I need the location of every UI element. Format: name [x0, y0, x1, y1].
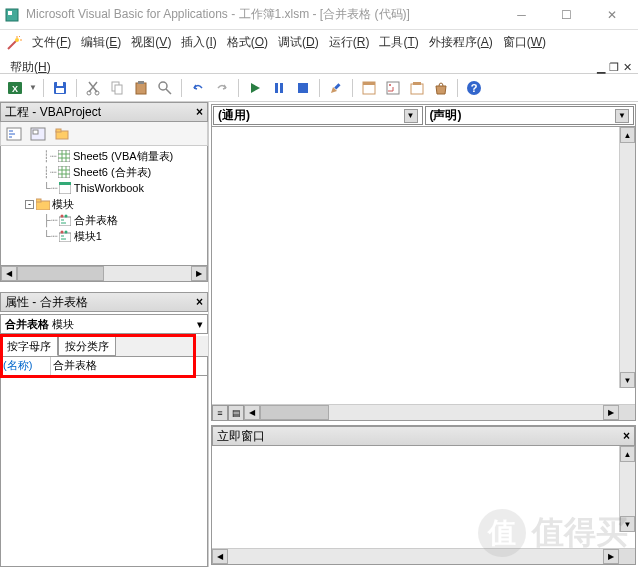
scroll-down-arrow-icon[interactable]: ▼	[620, 372, 635, 388]
sheet-icon	[57, 149, 71, 163]
cut-icon[interactable]	[82, 77, 104, 99]
immediate-pane-close-button[interactable]: ×	[623, 429, 630, 443]
view-object-icon[interactable]	[27, 123, 49, 145]
scroll-left-arrow-icon[interactable]: ◀	[1, 266, 17, 281]
tree-node-thisworkbook[interactable]: └┈ThisWorkbook	[3, 180, 205, 196]
tree-node-sheet6[interactable]: ┊┈Sheet6 (合并表)	[3, 164, 205, 180]
svg-rect-24	[413, 82, 421, 85]
scroll-right-arrow-icon[interactable]: ▶	[191, 266, 207, 281]
toolbox-icon[interactable]	[430, 77, 452, 99]
menu-run[interactable]: 运行(R)	[325, 32, 374, 53]
code-editor[interactable]: ▲ ▼	[212, 127, 635, 404]
minimize-button[interactable]: ─	[499, 1, 544, 29]
property-row-name[interactable]: (名称) 合并表格	[1, 357, 207, 375]
design-mode-icon[interactable]	[325, 77, 347, 99]
svg-rect-7	[56, 88, 64, 93]
tree-node-module1[interactable]: └┈模块1	[3, 228, 205, 244]
svg-rect-16	[280, 83, 283, 93]
svg-rect-13	[138, 81, 144, 84]
scroll-up-arrow-icon[interactable]: ▲	[620, 446, 635, 462]
code-header: (通用) ▼ (声明) ▼	[212, 105, 635, 127]
procedure-combo[interactable]: (声明) ▼	[425, 106, 635, 125]
dropdown-arrow-icon[interactable]: ▼	[28, 77, 38, 99]
main-area: 工程 - VBAProject × ┊┈Sheet5 (VBA销量表) ┊┈Sh…	[0, 102, 638, 567]
scroll-right-arrow-icon[interactable]: ▶	[603, 549, 619, 564]
property-value[interactable]: 合并表格	[51, 357, 207, 375]
copy-icon[interactable]	[106, 77, 128, 99]
scroll-left-arrow-icon[interactable]: ◀	[212, 549, 228, 564]
menu-debug[interactable]: 调试(D)	[274, 32, 323, 53]
properties-pane-close-button[interactable]: ×	[196, 295, 203, 309]
menu-addins[interactable]: 外接程序(A)	[425, 32, 497, 53]
project-pane-close-button[interactable]: ×	[196, 105, 203, 119]
mdi-close-button[interactable]: ✕	[623, 61, 632, 74]
scroll-left-arrow-icon[interactable]: ◀	[244, 405, 260, 420]
menu-window[interactable]: 窗口(W)	[499, 32, 550, 53]
properties-grid[interactable]: (名称) 合并表格	[0, 356, 208, 376]
scroll-up-arrow-icon[interactable]: ▲	[620, 127, 635, 143]
mdi-minimize-button[interactable]: ▁	[597, 61, 605, 74]
project-pane-header: 工程 - VBAProject ×	[0, 102, 208, 122]
scroll-down-arrow-icon[interactable]: ▼	[620, 516, 635, 532]
properties-window-icon[interactable]	[382, 77, 404, 99]
immediate-editor[interactable]: ▲ ▼	[212, 446, 635, 548]
svg-text:?: ?	[471, 82, 478, 94]
menu-help[interactable]: 帮助(H)	[6, 57, 55, 78]
svg-rect-33	[58, 166, 70, 178]
project-pane-title: 工程 - VBAProject	[5, 104, 101, 121]
full-module-view-icon[interactable]: ▤	[228, 405, 244, 421]
immediate-h-scrollbar[interactable]: ◀ ▶	[212, 548, 635, 564]
sheet-icon	[57, 165, 71, 179]
help-icon[interactable]: ?	[463, 77, 485, 99]
procedure-view-icon[interactable]: ≡	[212, 405, 228, 421]
immediate-v-scrollbar[interactable]: ▲ ▼	[619, 446, 635, 532]
toggle-folders-icon[interactable]	[51, 123, 73, 145]
dropdown-arrow-icon: ▾	[197, 318, 203, 331]
window-title: Microsoft Visual Basic for Applications …	[26, 6, 499, 23]
tab-alphabetic[interactable]: 按字母序	[0, 336, 58, 356]
scroll-right-arrow-icon[interactable]: ▶	[603, 405, 619, 420]
code-v-scrollbar[interactable]: ▲ ▼	[619, 127, 635, 388]
save-icon[interactable]	[49, 77, 71, 99]
menu-format[interactable]: 格式(O)	[223, 32, 272, 53]
code-pane: (通用) ▼ (声明) ▼ ▲ ▼ ≡ ▤ ◀	[211, 104, 636, 421]
menu-edit[interactable]: 编辑(E)	[77, 32, 125, 53]
object-combo[interactable]: (通用) ▼	[213, 106, 423, 125]
tree-node-sheet5[interactable]: ┊┈Sheet5 (VBA销量表)	[3, 148, 205, 164]
menu-insert[interactable]: 插入(I)	[177, 32, 220, 53]
tree-node-modules[interactable]: -模块	[3, 196, 205, 212]
reset-icon[interactable]	[292, 77, 314, 99]
menu-tools[interactable]: 工具(T)	[375, 32, 422, 53]
module-icon	[58, 229, 72, 243]
code-h-scrollbar[interactable]: ≡ ▤ ◀ ▶	[212, 404, 635, 420]
properties-pane-header: 属性 - 合并表格 ×	[0, 292, 208, 312]
svg-rect-17	[298, 83, 308, 93]
maximize-button[interactable]: ☐	[544, 1, 589, 29]
redo-icon[interactable]	[211, 77, 233, 99]
break-icon[interactable]	[268, 77, 290, 99]
project-tree[interactable]: ┊┈Sheet5 (VBA销量表) ┊┈Sheet6 (合并表) └┈ThisW…	[0, 146, 208, 266]
tree-node-module-merge[interactable]: ├┈合并表格	[3, 212, 205, 228]
project-explorer-icon[interactable]	[358, 77, 380, 99]
properties-object-selector[interactable]: 合并表格 模块 ▾	[0, 314, 208, 334]
find-icon[interactable]	[154, 77, 176, 99]
svg-rect-31	[56, 129, 61, 132]
menu-view[interactable]: 视图(V)	[127, 32, 175, 53]
svg-rect-6	[57, 82, 63, 86]
svg-text:X: X	[12, 84, 18, 94]
app-icon	[4, 7, 20, 23]
tab-categorized[interactable]: 按分类序	[58, 336, 116, 356]
close-button[interactable]: ✕	[589, 1, 634, 29]
properties-pane-title: 属性 - 合并表格	[5, 294, 88, 311]
menu-file[interactable]: 文件(F)	[28, 32, 75, 53]
tree-h-scrollbar[interactable]: ◀ ▶	[0, 266, 208, 282]
view-code-icon[interactable]	[3, 123, 25, 145]
mdi-restore-button[interactable]: ❐	[609, 61, 619, 74]
run-icon[interactable]	[244, 77, 266, 99]
properties-tabs: 按字母序 按分类序	[0, 336, 208, 356]
object-browser-icon[interactable]	[406, 77, 428, 99]
undo-icon[interactable]	[187, 77, 209, 99]
paste-icon[interactable]	[130, 77, 152, 99]
properties-body	[0, 376, 208, 567]
excel-icon[interactable]: X	[4, 77, 26, 99]
